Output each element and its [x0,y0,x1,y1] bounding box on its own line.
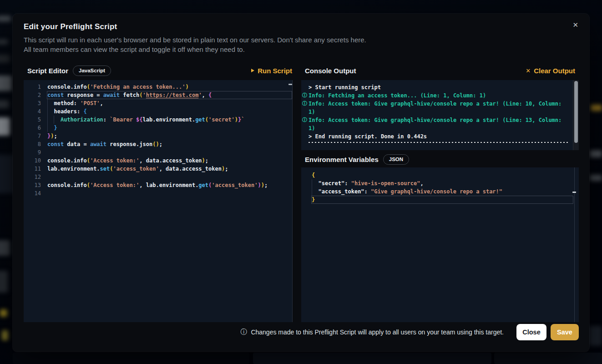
clear-output-button[interactable]: ✕ Clear Output [526,67,575,75]
code-token: , data.access_token [139,157,202,164]
code-token: { [83,108,86,115]
blur-blob [2,330,8,340]
code-token: ( [110,166,113,172]
blur-blob [253,353,491,364]
code-token: 'Fetching an access token...' [90,84,186,90]
code-token: console.info [47,182,87,188]
description-line: This script will run in each user's brow… [24,35,366,45]
code-token: Authorization [61,116,103,123]
code-token: ) [258,182,261,188]
code-token: : [364,188,371,195]
run-script-button[interactable]: Run Script [251,67,292,75]
console-line: ⓘInfo: Fetching an access token... (Line… [301,91,573,100]
clear-icon: ✕ [526,67,531,74]
console-line-text: > End running script. Done in 0.442s [309,133,427,140]
line-number: 9 [24,148,41,157]
code-line [47,173,292,181]
code-token: ) [261,182,264,188]
code-token: lab.environment. [47,166,100,172]
code-token: `Bearer [110,116,136,123]
code-token: ' [143,92,146,98]
code-token: { [312,172,315,178]
code-token: : [344,180,351,187]
json-badge: JSON [383,154,409,165]
code-token: { [208,92,212,98]
console-line-text: Info: Access token: Give graphql-hive/co… [309,101,565,115]
console-output-title: Console Output [305,67,356,75]
blur-blob [0,55,10,63]
save-button[interactable]: Save [551,324,579,340]
code-token: "access_token" [318,188,364,195]
indent-guide [312,187,312,196]
close-button[interactable]: Close [516,324,546,340]
blur-blob [13,353,249,364]
code-token: } [54,125,57,131]
code-token: fetch [120,92,139,98]
line-number: 5 [24,116,41,124]
code-token: const [47,141,64,147]
code-token: await [90,141,106,147]
code-token [47,125,54,131]
blur-blob [0,39,8,45]
code-line: } [311,196,573,204]
code-token: , data.access_token [159,166,222,172]
indent-guide [47,107,48,116]
code-token: ; [205,157,208,164]
indent-guide [47,116,48,124]
footer-note: ⓘ Changes made to this Preflight Script … [240,328,504,336]
code-token: response = [64,92,103,98]
blur-blob [589,326,602,346]
blur-blob [591,105,602,111]
line-number: 14 [24,189,41,197]
indent-guide [312,179,312,187]
code-token: 'Access token:' [90,157,139,164]
code-token: ( [205,116,208,123]
code-token: ) [202,157,205,164]
code-line: } [47,124,292,132]
blur-blob [590,175,602,181]
console-line: ⓘInfo: Access token: Give graphql-hive/c… [301,116,573,132]
code-token: , lab.environment. [139,182,198,188]
script-editor-title: Script Editor [27,67,68,75]
blur-blob [0,271,8,293]
console-output-header: Console Output ✕ Clear Output [301,64,579,77]
console-scrollbar[interactable] [573,80,579,150]
console-output-panel[interactable]: > Start running scriptⓘInfo: Fetching an… [301,80,579,150]
code-line: console.info('Fetching an access token..… [47,83,292,91]
code-line: console.info('Access token:', lab.enviro… [47,181,292,189]
close-icon[interactable]: ✕ [571,20,580,30]
editor-edge-line [574,167,575,322]
code-token: ' [198,92,202,98]
code-line: method: 'POST', [47,99,292,107]
info-icon: ⓘ [302,92,307,99]
console-scrollbar-thumb[interactable] [574,81,578,143]
code-token: headers: [47,108,83,115]
code-line [47,189,292,197]
console-line: > Start running script [301,83,573,91]
code-token: "Give graphql-hive/console repo a star!" [371,188,502,195]
code-token: ` [241,116,244,123]
code-token [312,188,318,195]
run-script-label: Run Script [258,67,292,75]
code-token: 'access_token' [212,182,258,188]
info-icon: ⓘ [240,328,247,336]
blur-blob [0,100,9,108]
line-number: 2 [24,91,41,99]
blur-blob [590,150,602,157]
code-token: data = [64,141,90,147]
code-token: : [103,116,110,123]
environment-variables-editor[interactable]: { "secret": "hive-is-open-source", "acce… [301,167,579,322]
code-line: lab.environment.set('access_token', data… [47,165,292,173]
dialog-description: This script will run in each user's brow… [24,35,366,54]
code-token: 'secret' [208,116,235,123]
script-code-editor[interactable]: 1234567891011121314 console.info('Fetchi… [24,80,293,322]
code-token: ) [185,84,188,90]
overview-ruler-mark [288,84,292,85]
blur-blob [0,155,14,193]
description-line: All team members can view the script and… [24,45,366,54]
code-line: { [311,171,573,179]
console-line-text: > Start running script [309,84,381,91]
info-icon: ⓘ [302,116,307,124]
console-line-text: Info: Access token: Give graphql-hive/co… [309,117,565,131]
code-token: ( [87,182,90,188]
